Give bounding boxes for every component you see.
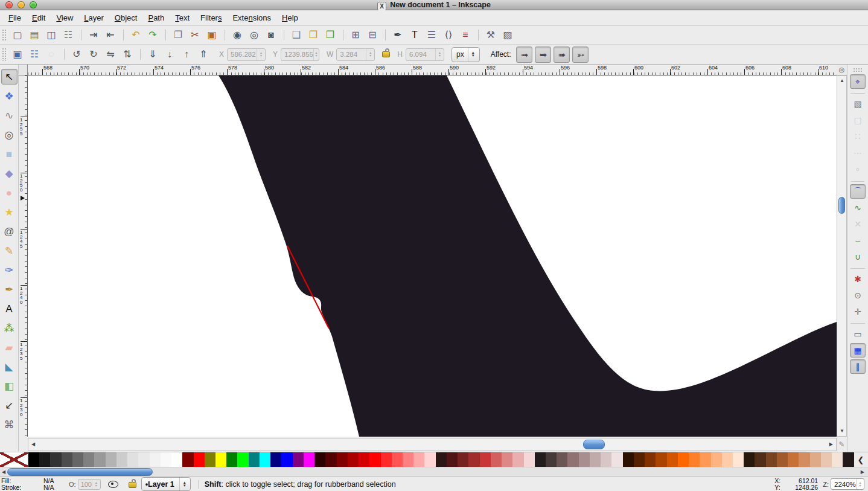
menu-item[interactable]: Path [142, 11, 170, 24]
color-swatch[interactable] [304, 452, 314, 467]
color-swatch[interactable] [62, 452, 72, 467]
color-swatch[interactable] [182, 452, 193, 467]
sticky-zoom-button[interactable]: ◎ [837, 65, 847, 75]
deselect-icon[interactable]: ◌ [44, 47, 59, 62]
opacity-input[interactable]: 100 ▴▾ [78, 479, 101, 490]
snap-bbox-icon[interactable]: ▧ [850, 97, 866, 111]
color-swatch[interactable] [590, 452, 601, 467]
layer-selector[interactable]: •Layer 1 ▲▼ [141, 477, 191, 491]
palette-scroll-left-button[interactable]: ❮ [854, 452, 868, 467]
color-swatch[interactable] [567, 452, 578, 467]
snap-guides-icon[interactable]: ∥ [850, 359, 866, 374]
raise-icon[interactable]: ↑ [179, 47, 194, 62]
rotate-cw-icon[interactable]: ↻ [86, 47, 101, 62]
horizontal-ruler[interactable]: 568 570 572 574 576 578 580 582 584 586 … [28, 65, 837, 75]
color-swatch[interactable] [843, 452, 854, 467]
height-input[interactable]: 6.094 ▴▾ [406, 48, 444, 61]
y-input[interactable]: 1239.855 ▴▾ [281, 48, 319, 61]
menu-item[interactable]: View [51, 11, 78, 24]
color-swatch[interactable] [161, 452, 171, 467]
duplicate-icon[interactable]: ❑ [289, 28, 304, 42]
horizontal-scrollbar[interactable]: ◀ ▶ [28, 438, 837, 451]
flip-vertical-icon[interactable]: ⇅ [120, 47, 135, 62]
scroll-right-icon[interactable]: ▶ [829, 442, 833, 447]
lock-ratio-icon[interactable] [382, 51, 390, 57]
color-swatch[interactable] [458, 452, 468, 467]
toolbar-drag-handle[interactable] [2, 29, 6, 41]
pen-tool-icon[interactable]: ✑ [1, 262, 18, 278]
unlink-clone-icon[interactable]: ❒ [323, 28, 337, 42]
color-swatch[interactable] [777, 452, 788, 467]
color-swatch[interactable] [249, 452, 260, 467]
fill-stroke-dialog-icon[interactable]: ✒ [391, 28, 405, 42]
snap-midpoints-icon[interactable]: ✱ [850, 272, 866, 286]
color-swatch[interactable] [512, 452, 523, 467]
x-input[interactable]: 586.282 ▴▾ [227, 48, 266, 61]
xml-editor-icon[interactable]: ⟨⟩ [441, 28, 456, 42]
color-swatch[interactable] [72, 452, 83, 467]
select-all-layers-icon[interactable]: ☷ [27, 47, 42, 62]
color-swatch[interactable] [39, 452, 50, 467]
snap-rotation-centers-icon[interactable]: ✛ [850, 304, 866, 319]
toolbar-drag-handle[interactable] [853, 68, 863, 72]
vertical-scrollbar[interactable]: ▲ ▼ [837, 75, 847, 437]
node-tool-icon[interactable]: ❖ [1, 88, 18, 104]
menu-item[interactable]: Object [109, 11, 143, 24]
lower-icon[interactable]: ↓ [162, 47, 177, 62]
y-spinner[interactable]: ▴▾ [313, 49, 319, 60]
color-swatch[interactable] [138, 452, 149, 467]
color-swatch[interactable] [557, 452, 567, 467]
color-swatch[interactable] [314, 452, 325, 467]
drawing-canvas[interactable] [28, 75, 837, 437]
vertical-scroll-thumb[interactable] [838, 197, 845, 214]
color-swatch[interactable] [127, 452, 138, 467]
raise-to-top-icon[interactable]: ⇑ [196, 47, 211, 62]
dropper-tool-icon[interactable]: ↙ [1, 397, 18, 413]
calligraphy-tool-icon[interactable]: ✒ [1, 281, 18, 297]
star-tool-icon[interactable]: ★ [1, 204, 18, 220]
layers-dialog-icon[interactable]: ☰ [424, 28, 439, 42]
color-swatch[interactable] [667, 452, 678, 467]
snap-enable-icon[interactable]: ⌖ [850, 74, 866, 89]
zoom-tool-icon[interactable]: ◎ [1, 127, 18, 143]
rotate-ccw-icon[interactable]: ↺ [69, 47, 84, 62]
color-swatch[interactable] [799, 452, 809, 467]
box3d-tool-icon[interactable]: ◆ [1, 165, 18, 181]
color-swatch[interactable] [424, 452, 435, 467]
color-swatch[interactable] [226, 452, 237, 467]
color-swatch[interactable] [502, 452, 512, 467]
text-tool-icon[interactable]: A [1, 301, 18, 316]
color-swatch[interactable] [194, 452, 205, 467]
snap-smooth-nodes-icon[interactable]: ∪ [850, 249, 866, 264]
snap-grid-icon[interactable]: ▦ [850, 343, 866, 358]
transform-gradients-icon[interactable]: ➠ [554, 47, 570, 63]
text-dialog-icon[interactable]: T [407, 28, 422, 42]
scroll-down-icon[interactable]: ▼ [840, 429, 844, 434]
color-swatch[interactable] [237, 452, 248, 467]
palette-scroll-left-icon[interactable]: ◀ [2, 470, 5, 475]
open-document-icon[interactable]: ▤ [27, 28, 42, 42]
save-icon[interactable]: ◫ [44, 28, 59, 42]
tweak-tool-icon[interactable]: ∿ [1, 108, 18, 123]
menu-item[interactable]: File [3, 11, 27, 24]
color-swatch[interactable] [733, 452, 744, 467]
color-swatch[interactable] [369, 452, 380, 467]
color-swatch[interactable] [28, 452, 39, 467]
color-swatch[interactable] [205, 452, 215, 467]
zoom-spinner[interactable]: ▴▾ [856, 479, 864, 489]
transform-patterns-icon[interactable]: ➳ [572, 47, 589, 63]
group-icon[interactable]: ⊞ [348, 28, 363, 42]
connector-tool-icon[interactable]: ⌘ [1, 417, 18, 432]
snap-object-centers-icon[interactable]: ⊙ [850, 288, 866, 303]
color-swatch[interactable] [766, 452, 777, 467]
selector-tool-icon[interactable]: ↖ [1, 69, 18, 85]
color-swatch[interactable] [821, 452, 832, 467]
color-swatch[interactable] [281, 452, 292, 467]
spiral-tool-icon[interactable]: @ [1, 223, 18, 239]
color-swatch[interactable] [293, 452, 304, 467]
color-swatch[interactable] [788, 452, 799, 467]
undo-icon[interactable]: ↶ [129, 28, 143, 42]
eraser-tool-icon[interactable]: ▰ [1, 339, 18, 355]
menu-item[interactable]: Help [276, 11, 304, 24]
document-properties-icon[interactable]: ▨ [500, 28, 515, 42]
